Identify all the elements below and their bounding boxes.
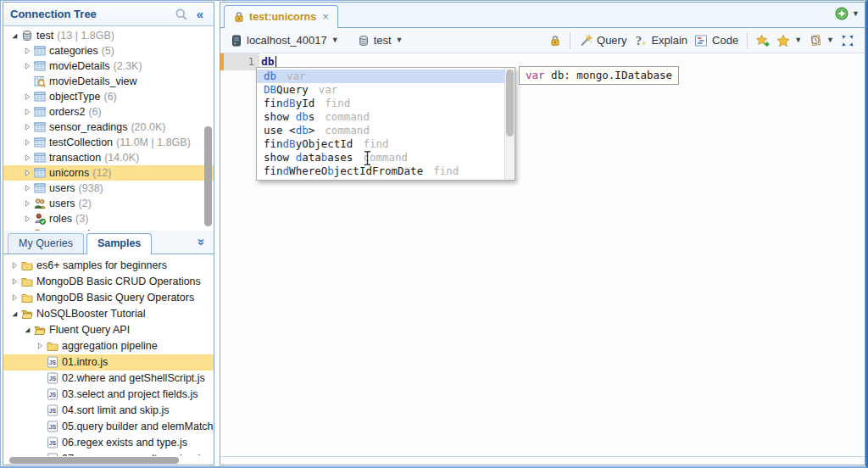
- expand-arrow-icon[interactable]: [21, 169, 33, 177]
- expand-arrow-icon[interactable]: [21, 47, 33, 55]
- expand-arrow-icon[interactable]: [8, 261, 20, 270]
- sample-item[interactable]: JS01.intro.js: [3, 354, 214, 370]
- item-label: 05.query builder and elemMatch.js: [62, 421, 214, 432]
- tree-item[interactable]: users(2): [3, 196, 214, 211]
- query-button[interactable]: Query: [576, 31, 630, 50]
- expand-arrow-icon[interactable]: [21, 108, 33, 116]
- js-file-icon: JS: [46, 356, 59, 368]
- item-kind-label: find: [325, 97, 350, 109]
- sample-item[interactable]: JS04.sort limit and skip.js: [3, 403, 214, 419]
- item-text: use <: [264, 124, 296, 136]
- sample-item[interactable]: MongoDB Basic Query Operators: [3, 290, 214, 306]
- tab-test-unicorns[interactable]: test:unicorns ×: [224, 5, 338, 28]
- expand-arrow-icon[interactable]: [21, 62, 33, 70]
- sample-item[interactable]: NoSQLBooster Tutorial: [3, 306, 214, 322]
- tree-item[interactable]: test(13 | 1.8GB): [3, 28, 214, 43]
- item-count: (6): [88, 106, 101, 118]
- chevron-down-icon: ▼: [794, 36, 802, 44]
- tree-item[interactable]: users(938): [3, 181, 214, 196]
- code-document-icon: [694, 34, 708, 47]
- history-button[interactable]: ▼: [805, 31, 837, 50]
- editor-gutter: 1: [220, 53, 259, 70]
- sample-item[interactable]: es6+ samples for beginners: [3, 258, 214, 274]
- lock-icon: [233, 11, 245, 23]
- tree-item[interactable]: categories(5): [3, 43, 214, 58]
- expand-arrow-icon[interactable]: [21, 214, 33, 223]
- item-text: yObjectId: [296, 137, 353, 150]
- sample-item[interactable]: JS03.select and project fields.js: [3, 387, 214, 403]
- server-select[interactable]: localhost_40017 ▼: [227, 31, 342, 49]
- expand-arrow-icon[interactable]: [21, 123, 33, 131]
- scrollbar-thumb[interactable]: [506, 70, 514, 136]
- tree-item[interactable]: unicorns(12): [3, 165, 214, 181]
- expand-arrow-icon[interactable]: [21, 199, 33, 208]
- item-text: Query: [276, 83, 309, 96]
- add-favorite-button[interactable]: [753, 31, 773, 50]
- item-kind-label: var: [287, 70, 306, 82]
- star-plus-icon: [756, 34, 770, 47]
- close-tab-icon[interactable]: ×: [322, 10, 329, 23]
- expand-arrow-icon[interactable]: [8, 309, 20, 318]
- svg-text:JS: JS: [49, 359, 57, 365]
- collapse-panel-icon[interactable]: «: [192, 8, 209, 20]
- scrollbar-thumb[interactable]: [9, 457, 179, 464]
- favorites-button[interactable]: ▼: [773, 31, 805, 50]
- sample-item[interactable]: JS06.regex exists and type.js: [3, 435, 214, 451]
- lock-query-button[interactable]: [546, 32, 565, 49]
- item-count: (11.0M | 1.8GB): [116, 136, 191, 148]
- tree-item[interactable]: sensor_readings(20.0K): [3, 120, 214, 135]
- sample-item[interactable]: MongoDB Basic CRUD Operations: [3, 274, 214, 290]
- item-label: movieDetails_view: [49, 75, 137, 87]
- code-line[interactable]: db: [261, 55, 276, 68]
- code-button[interactable]: Code: [691, 31, 742, 50]
- autocomplete-item[interactable]: DBQueryvar: [257, 83, 515, 97]
- expand-arrow-icon[interactable]: [21, 138, 33, 147]
- tree-item[interactable]: orders2(6): [3, 104, 214, 120]
- item-text: show: [264, 110, 296, 123]
- tree-item[interactable]: transaction(14.0K): [3, 150, 214, 165]
- tree-item[interactable]: testCollection(11.0M | 1.8GB): [3, 135, 214, 150]
- new-tab-caret-icon[interactable]: ▼: [852, 10, 860, 18]
- expand-arrow-icon[interactable]: [8, 293, 20, 302]
- autocomplete-item[interactable]: findByIdfind: [257, 97, 515, 110]
- tree-item[interactable]: objectType(6): [3, 89, 214, 104]
- autocomplete-item[interactable]: show databasescommand: [257, 151, 515, 164]
- expand-arrow-icon[interactable]: [34, 342, 46, 350]
- autocomplete-item[interactable]: findByObjectIdfind: [257, 137, 515, 151]
- autocomplete-scrollbar[interactable]: [504, 68, 515, 180]
- tab-my-queries[interactable]: My Queries: [8, 233, 84, 254]
- autocomplete-item[interactable]: findWhereObjectIdFromDatefind: [257, 164, 515, 178]
- sample-item[interactable]: JS05.query builder and elemMatch.js: [3, 419, 214, 435]
- sample-item[interactable]: Fluent Query API: [3, 322, 214, 338]
- users-group-icon: [33, 198, 47, 209]
- code-editor[interactable]: 1 db dbvarDBQueryvarfindByIdfindshow dbs…: [220, 53, 865, 456]
- item-text: show: [264, 151, 296, 164]
- autocomplete-item[interactable]: use <db>command: [257, 124, 515, 137]
- samples-horizontal-scrollbar[interactable]: [3, 456, 214, 465]
- editor-toolbar: localhost_40017 ▼ test ▼ Query ? Explain: [220, 28, 865, 53]
- expand-arrow-icon[interactable]: [21, 184, 33, 192]
- expand-arrow-icon[interactable]: [21, 92, 33, 101]
- match-text: dB: [283, 97, 296, 109]
- autocomplete-item[interactable]: show dbscommand: [257, 110, 515, 124]
- new-tab-button[interactable]: [835, 7, 849, 20]
- role-icon: [33, 213, 47, 225]
- maximize-editor-button[interactable]: [837, 31, 858, 50]
- sample-item[interactable]: JS02.where and getShellScript.js: [3, 370, 214, 387]
- expand-arrow-icon[interactable]: [8, 31, 20, 40]
- expand-arrow-icon[interactable]: [21, 153, 33, 162]
- sample-item[interactable]: aggregation pipeline: [3, 338, 214, 354]
- expand-arrow-icon[interactable]: [21, 326, 33, 334]
- tree-item[interactable]: movieDetails_view: [3, 74, 214, 89]
- expand-arrow-icon[interactable]: [8, 277, 20, 286]
- tab-samples[interactable]: Samples: [86, 233, 152, 254]
- tree-item[interactable]: roles(3): [3, 211, 214, 226]
- database-select[interactable]: test ▼: [354, 31, 407, 49]
- tree-vertical-scrollbar[interactable]: [204, 126, 212, 226]
- autocomplete-item[interactable]: dbvar: [257, 70, 515, 83]
- explain-button[interactable]: ? Explain: [630, 31, 691, 50]
- tree-item[interactable]: movieDetails(2.3K): [3, 58, 214, 74]
- collapse-samples-icon[interactable]: »: [196, 233, 209, 250]
- search-icon[interactable]: [175, 8, 192, 21]
- collection-icon: [33, 182, 47, 194]
